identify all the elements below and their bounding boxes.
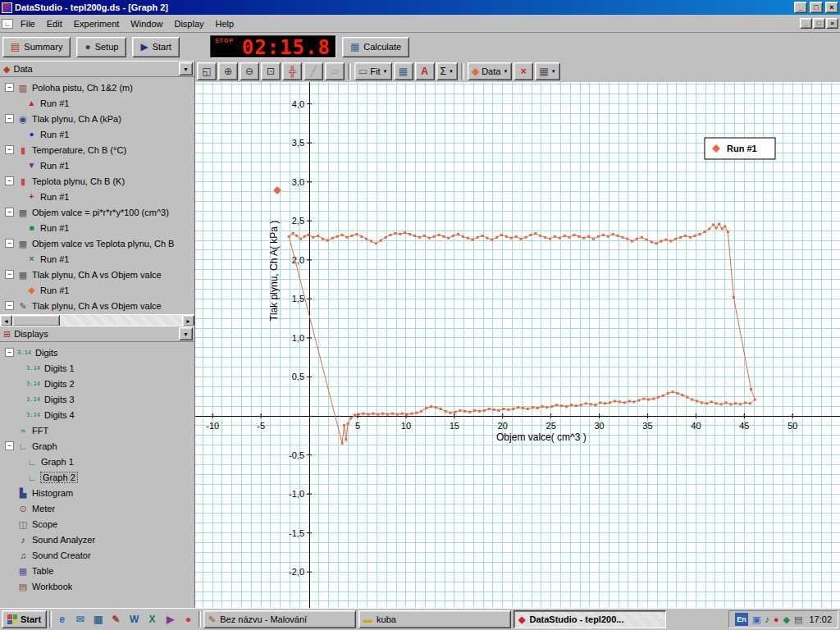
display-item-sound-creator[interactable]: ♫ Sound Creator [0, 547, 194, 563]
note-tool-button[interactable]: ▱ [325, 62, 345, 80]
display-item-histogram[interactable]: ▙ Histogram [0, 485, 194, 500]
calculate-button[interactable]: ▦ Calculate [342, 37, 409, 57]
data-run-poloha[interactable]: ▲ Run #1 [0, 95, 194, 111]
graph-settings-button[interactable]: ▦ ▼ [535, 62, 559, 80]
mdi-restore-button[interactable]: □ [813, 18, 825, 29]
data-item-objem-valce[interactable]: − ▦ Objem valce = pi*r*r*y*100 (cm^3) [0, 204, 194, 220]
volume-icon[interactable]: ♪ [765, 614, 769, 624]
start-menu-button[interactable]: Start [2, 610, 47, 628]
maximize-button[interactable]: □ [810, 2, 823, 13]
display-item-sound-analyzer[interactable]: ♪ Sound Analyzer [0, 532, 194, 547]
tree-collapse-icon[interactable]: − [5, 208, 14, 217]
display-item-fft[interactable]: ≈ FFT [0, 422, 194, 438]
data-run-objem[interactable]: ■ Run #1 [0, 220, 194, 235]
quicklaunch-internet-explorer-icon[interactable]: e [54, 611, 70, 628]
tree-collapse-icon[interactable]: − [5, 441, 14, 450]
zoom-in-button[interactable]: ⊕ [218, 62, 238, 80]
data-menu-button[interactable]: ◆ Data ▼ [468, 62, 512, 80]
mdi-close-button[interactable]: × [826, 18, 838, 29]
menu-file[interactable]: File [15, 16, 41, 31]
data-run-objem-vs-teplota[interactable]: × Run #1 [0, 251, 194, 267]
close-button[interactable]: × [825, 2, 838, 13]
summary-button[interactable]: ▤ Summary [2, 37, 71, 57]
tree-collapse-icon[interactable]: − [5, 176, 14, 185]
data-horizontal-scrollbar[interactable]: ◄ ► [0, 314, 194, 326]
tree-collapse-icon[interactable]: − [5, 348, 14, 357]
menu-window[interactable]: Window [125, 16, 168, 31]
display-item-meter[interactable]: ⊙ Meter [0, 500, 194, 516]
task-paint-window[interactable]: ✎ Bez názvu - Malování [203, 610, 356, 628]
quicklaunch-mail-icon[interactable]: ✉ [72, 611, 88, 628]
menu-help[interactable]: Help [210, 16, 240, 31]
data-panel-menu-button[interactable]: ▼ [179, 62, 193, 75]
tree-collapse-icon[interactable]: − [5, 114, 14, 123]
zoom-select-button[interactable]: ⊡ [261, 62, 281, 80]
tree-collapse-icon[interactable]: − [5, 301, 14, 310]
quicklaunch-excel-icon[interactable]: X [144, 611, 160, 628]
data-item-teplota-plynu[interactable]: − ▮ Teplota plynu, Ch B (K) [0, 173, 194, 189]
scroll-left-button[interactable]: ◄ [0, 315, 12, 326]
quicklaunch-paint-icon[interactable]: ✎ [108, 611, 124, 628]
quicklaunch-browser-icon[interactable]: ● [180, 611, 196, 628]
tree-collapse-icon[interactable]: − [5, 239, 14, 248]
smart-tool-button[interactable]: ╬ [282, 62, 302, 80]
scrollbar-track[interactable] [60, 315, 182, 326]
data-item-tlak-vs-objem[interactable]: − ▦ Tlak plynu, Ch A vs Objem valce [0, 267, 194, 282]
display-settings-icon[interactable]: ▣ [752, 614, 760, 625]
display-item-graph-2[interactable]: ∟ Graph 2 [0, 469, 194, 485]
data-run-tlak[interactable]: ● Run #1 [0, 126, 194, 142]
tree-collapse-icon[interactable]: − [5, 270, 14, 279]
task-kuba-folder[interactable]: ▬ kuba [358, 610, 511, 628]
menu-display[interactable]: Display [168, 16, 209, 31]
display-item-graph-1[interactable]: ∟ Graph 1 [0, 454, 194, 469]
calculator-tool-button[interactable]: ▦ [394, 62, 413, 80]
display-item-digits-4[interactable]: 3.14 Digits 4 [0, 407, 194, 422]
tree-collapse-icon[interactable]: − [5, 83, 14, 92]
start-button[interactable]: ▶ Start [132, 37, 179, 57]
graph-window-icon[interactable]: ∟ [2, 19, 13, 29]
data-item-tlak-plynu[interactable]: − ◉ Tlak plynu, Ch A (kPa) [0, 111, 194, 126]
antivirus-icon[interactable]: ● [774, 614, 779, 624]
display-item-scope[interactable]: ◫ Scope [0, 516, 194, 532]
display-item-digits-1[interactable]: 3.14 Digits 1 [0, 360, 194, 376]
tree-collapse-icon[interactable]: − [5, 145, 14, 154]
displays-panel-menu-button[interactable]: ▼ [179, 327, 193, 340]
display-item-digits-2[interactable]: 3.14 Digits 2 [0, 376, 194, 391]
data-item-temperature[interactable]: − ▮ Temperature, Ch B (°C) [0, 142, 194, 158]
quicklaunch-word-icon[interactable]: W [126, 611, 142, 628]
display-item-digits[interactable]: − 3.14 Digits [0, 345, 194, 360]
delete-button[interactable]: × [514, 62, 533, 80]
data-run-temperature[interactable]: ▼ Run #1 [0, 158, 194, 173]
menu-experiment[interactable]: Experiment [68, 16, 126, 31]
data-run-tlak-vs-objem[interactable]: ◆ Run #1 [0, 282, 194, 298]
data-item-tlak-vs-objem-2[interactable]: − ✎ Tlak plynu, Ch A vs Objem valce [0, 298, 194, 313]
menu-edit[interactable]: Edit [41, 16, 68, 31]
slope-tool-button[interactable]: ╱ [304, 62, 323, 80]
scroll-right-button[interactable]: ► [182, 315, 194, 326]
graph-canvas[interactable]: -10-551015202530354045504,03,53,02,52,01… [195, 82, 840, 608]
zoom-out-button[interactable]: ⊖ [240, 62, 259, 80]
keyboard-language-indicator[interactable]: En [735, 613, 748, 626]
minimize-button[interactable]: _ [794, 2, 807, 13]
display-item-graph[interactable]: − ∟ Graph [0, 438, 194, 454]
display-item-digits-3[interactable]: 3.14 Digits 3 [0, 391, 194, 407]
quicklaunch-show-desktop-icon[interactable]: ▦ [90, 611, 106, 628]
statistics-menu-button[interactable]: Σ ▼ [436, 62, 458, 80]
task-datastudio-window[interactable]: ◆ DataStudio - tepl200... [514, 610, 666, 628]
data-item-objem-vs-teplota[interactable]: − ▦ Objem valce vs Teplota plynu, Ch B [0, 235, 194, 251]
setup-button[interactable]: ● Setup [76, 37, 126, 57]
scrollbar-thumb[interactable] [12, 315, 60, 326]
svg-text:-2,0: -2,0 [289, 567, 304, 577]
mdi-minimize-button[interactable]: _ [800, 18, 812, 29]
data-run-teplota[interactable]: + Run #1 [0, 189, 194, 204]
scheduler-icon[interactable]: ◆ [783, 614, 790, 625]
quicklaunch-media-player-icon[interactable]: ▶ [162, 611, 178, 628]
scale-to-fit-button[interactable]: ◱ [197, 62, 217, 80]
display-item-workbook[interactable]: ▤ Workbook [0, 578, 194, 594]
text-tool-button[interactable]: A [415, 62, 435, 80]
display-item-table[interactable]: ▦ Table [0, 563, 194, 578]
fit-menu-button[interactable]: ▭ Fit ▼ [354, 62, 392, 80]
network-icon[interactable]: ▤ [794, 614, 802, 625]
sigma-icon: Σ [441, 66, 446, 76]
data-item-poloha-pistu[interactable]: − ▥ Poloha pistu, Ch 1&2 (m) [0, 80, 194, 95]
